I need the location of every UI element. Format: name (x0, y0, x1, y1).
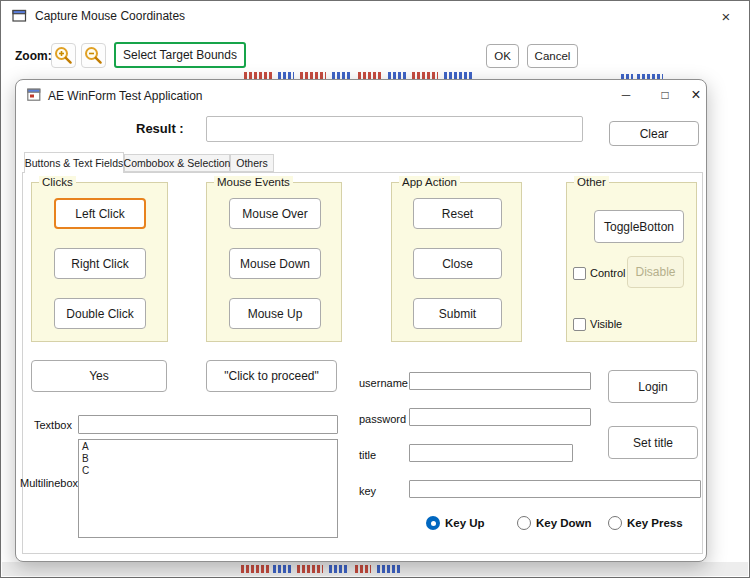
inner-window-title: AE WinForm Test Application (48, 89, 203, 103)
mouse-events-group-title: Mouse Events (214, 176, 293, 188)
inner-titlebar[interactable]: AE WinForm Test Application (16, 80, 706, 110)
control-checkbox[interactable] (573, 267, 586, 280)
key-up-radio[interactable] (426, 516, 440, 530)
clicks-group-title: Clicks (39, 176, 76, 188)
ok-button[interactable]: OK (486, 44, 519, 68)
app-icon (12, 9, 27, 23)
textbox-input[interactable] (78, 415, 338, 434)
key-down-radio-label[interactable]: Key Down (536, 517, 592, 529)
outer-titlebar[interactable]: Capture Mouse Coordinates (1, 1, 749, 31)
zoom-label: Zoom: (15, 49, 52, 63)
key-down-radio[interactable] (517, 516, 531, 530)
visible-checkbox[interactable] (573, 318, 586, 331)
zoom-out-button[interactable] (81, 43, 106, 68)
multilinebox-textarea[interactable]: A B C (78, 439, 338, 538)
key-press-radio-label[interactable]: Key Press (627, 517, 683, 529)
app-action-group: App Action Reset Close Submit (391, 182, 522, 342)
tab-others[interactable]: Others (230, 154, 274, 172)
mouse-events-group: Mouse Events Mouse Over Mouse Down Mouse… (206, 182, 342, 342)
mouse-down-button[interactable]: Mouse Down (229, 248, 321, 279)
username-input[interactable] (409, 372, 591, 390)
clipped-text-artifact (329, 565, 349, 573)
password-input[interactable] (409, 408, 591, 426)
key-label: key (359, 485, 376, 497)
title-input[interactable] (409, 444, 573, 462)
window-bottom-strip (2, 562, 748, 576)
set-title-button[interactable]: Set title (608, 426, 698, 459)
select-target-bounds-button[interactable]: Select Target Bounds (114, 42, 246, 68)
mouse-over-button[interactable]: Mouse Over (229, 198, 321, 229)
clipped-text-artifact (355, 565, 371, 573)
clipped-text-artifact (273, 565, 291, 573)
clear-button[interactable]: Clear (609, 121, 699, 146)
clipped-text-artifact (377, 565, 401, 573)
close-button[interactable]: Close (413, 248, 502, 279)
right-click-button[interactable]: Right Click (54, 248, 146, 279)
password-label: password (359, 413, 406, 425)
cancel-button[interactable]: Cancel (527, 44, 578, 68)
result-input[interactable] (206, 116, 583, 142)
winform-app-icon (27, 88, 41, 102)
key-up-radio-label[interactable]: Key Up (445, 517, 485, 529)
mouse-up-button[interactable]: Mouse Up (229, 298, 321, 329)
double-click-button[interactable]: Double Click (54, 298, 146, 329)
visible-checkbox-label[interactable]: Visible (590, 318, 622, 330)
other-group: Other ToggleBotton Control Disable Visib… (566, 182, 697, 342)
result-label: Result : (136, 121, 184, 136)
key-input[interactable] (409, 480, 701, 498)
capture-mouse-coordinates-window: Capture Mouse Coordinates × Zoom: Select… (0, 0, 750, 578)
title-label: title (359, 449, 376, 461)
close-icon[interactable]: × (712, 4, 740, 28)
click-to-proceed-button[interactable]: "Click to proceed" (206, 360, 337, 392)
key-press-radio[interactable] (608, 516, 622, 530)
tab-combobox-selection[interactable]: Combobox & Selection (124, 154, 230, 172)
other-group-title: Other (574, 176, 609, 188)
yes-button[interactable]: Yes (31, 360, 167, 392)
login-button[interactable]: Login (608, 370, 698, 403)
clicks-group: Clicks Left Click Right Click Double Cli… (31, 182, 168, 342)
app-action-group-title: App Action (399, 176, 460, 188)
close-icon[interactable]: × (684, 80, 707, 110)
submit-button[interactable]: Submit (413, 298, 502, 329)
toggle-button[interactable]: ToggleBotton (594, 210, 684, 243)
clipped-text-artifact (241, 565, 269, 573)
left-click-button[interactable]: Left Click (54, 198, 146, 229)
textbox-label: Textbox (34, 419, 72, 431)
minimize-icon[interactable]: ─ (606, 80, 646, 110)
reset-button[interactable]: Reset (413, 198, 502, 229)
username-label: username (359, 377, 408, 389)
zoom-in-icon (53, 45, 74, 66)
control-checkbox-label[interactable]: Control (590, 267, 625, 279)
disable-button: Disable (627, 256, 684, 288)
multilinebox-label: Multilinebox (20, 477, 78, 489)
ae-winform-test-application-window: AE WinForm Test Application ─ □ × Result… (15, 79, 707, 562)
tab-buttons-text-fields[interactable]: Buttons & Text Fields (24, 152, 124, 173)
window-title: Capture Mouse Coordinates (35, 9, 185, 23)
zoom-out-icon (83, 45, 104, 66)
zoom-in-button[interactable] (51, 43, 76, 68)
clipped-text-artifact (297, 565, 323, 573)
maximize-icon[interactable]: □ (646, 80, 684, 110)
